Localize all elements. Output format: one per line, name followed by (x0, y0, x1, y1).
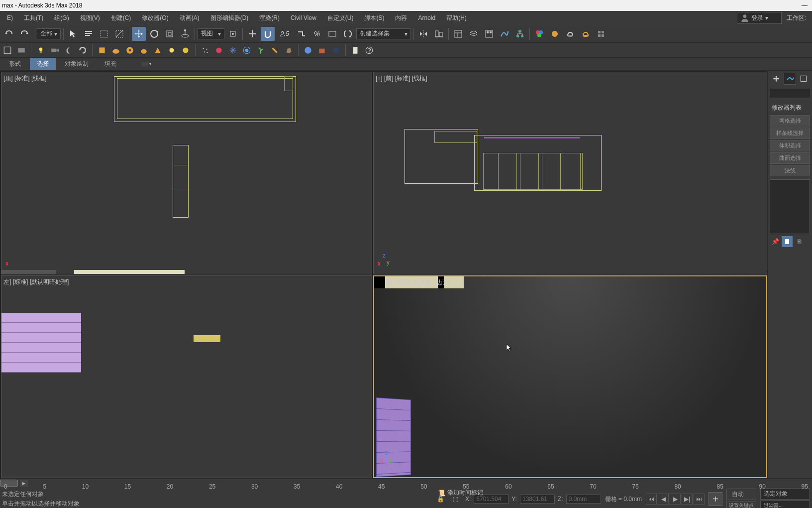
plant-icon[interactable] (255, 45, 266, 56)
select-by-name-button[interactable] (82, 27, 96, 41)
menu-modifiers[interactable]: 修改器(O) (137, 12, 173, 24)
show-end-result-icon[interactable] (782, 236, 793, 247)
viewport-perspective[interactable]: [P] [透视] [高质量] [边面] zyx (373, 275, 767, 478)
rectangular-selection-button[interactable] (97, 27, 111, 41)
coord-z-input[interactable]: 0.0mm (566, 495, 601, 504)
modifier-normal[interactable]: 法线 (770, 165, 810, 176)
viewport-top[interactable]: [顶] [标准] [线框] x (1, 72, 372, 274)
reference-coord-dropdown[interactable]: 视图▾ (198, 28, 224, 39)
minimize-button[interactable]: — (797, 0, 812, 11)
container-icon[interactable] (316, 45, 327, 56)
create-sel-set-button[interactable] (341, 27, 355, 41)
bone-icon[interactable] (269, 45, 280, 56)
coord-y-input[interactable]: 13801.61 (520, 495, 555, 504)
login-dropdown[interactable]: 登录 ▾ (737, 12, 782, 24)
timeline-slider[interactable] (0, 480, 18, 487)
menu-animation[interactable]: 动画(A) (175, 12, 204, 24)
goto-end-button[interactable]: ⏭ (694, 494, 705, 505)
toggle-scene-explorer-button[interactable] (451, 27, 465, 41)
modifier-stack[interactable] (770, 179, 810, 234)
render-setup-button[interactable] (548, 27, 562, 41)
helper-icon[interactable] (227, 45, 238, 56)
pin-stack-icon[interactable]: 📌 (770, 236, 781, 247)
spacewarp-icon[interactable] (213, 45, 224, 56)
spinner-snap-button[interactable]: % (310, 27, 324, 41)
ribbon-dropdown-icon[interactable]: ▾ (140, 59, 151, 70)
atmosphere-icon[interactable] (241, 45, 252, 56)
select-rotate-button[interactable] (147, 27, 161, 41)
moon-icon[interactable] (63, 45, 74, 56)
modifier-mesh-select[interactable]: 网格选择 (770, 115, 810, 127)
viewport-front[interactable]: [+] [前] [标准] [线框] zyx (373, 72, 767, 274)
modifier-volume-select[interactable]: 体积选择 (770, 140, 810, 151)
prev-frame-button[interactable]: ◀ (658, 494, 669, 505)
ribbon-tab-form[interactable]: 形式 (2, 58, 28, 70)
selection-filter-dropdown[interactable]: 全部▾ (37, 28, 61, 39)
ribbon-tab-fill[interactable]: 填充 (98, 58, 123, 70)
viewport-top-label[interactable]: [顶] [标准] [线框] (3, 74, 47, 83)
named-sel-sets-dropdown[interactable]: 创建选择集▾ (356, 28, 411, 39)
timeline-next-button[interactable]: ▸ (20, 480, 28, 487)
window-crossing-button[interactable] (112, 27, 126, 41)
menu-arnold[interactable]: Arnold (413, 12, 440, 23)
sphere-primitive-icon[interactable] (110, 45, 121, 56)
rendered-frame-button[interactable] (563, 27, 577, 41)
tool-icon-2[interactable] (16, 45, 27, 56)
menu-views[interactable]: 视图(V) (75, 12, 105, 24)
tool-icon-1[interactable] (2, 45, 13, 56)
edit-named-sel-button[interactable] (325, 27, 339, 41)
play-button[interactable]: ▶ (670, 494, 681, 505)
modifier-surface-select[interactable]: 曲面选择 (770, 152, 810, 164)
toggle-layer-explorer-button[interactable] (467, 27, 481, 41)
set-key-button[interactable]: 设置关键点 (726, 501, 756, 508)
refresh-icon[interactable] (77, 45, 88, 56)
omni-light-icon[interactable] (180, 45, 191, 56)
box-primitive-icon[interactable] (97, 45, 107, 56)
menu-create[interactable]: 创建(C) (106, 12, 136, 24)
render-iterative-button[interactable] (594, 27, 608, 41)
menu-graph-editors[interactable]: 图形编辑器(D) (205, 12, 254, 24)
mirror-button[interactable] (416, 27, 430, 41)
next-frame-button[interactable]: ▶| (682, 494, 693, 505)
menu-content[interactable]: 内容 (390, 12, 412, 24)
angle-snap-button[interactable]: 2.5 (276, 27, 293, 41)
script-icon[interactable] (350, 45, 361, 56)
menu-civil-view[interactable]: Civil View (286, 12, 321, 23)
menu-group[interactable]: 组(G) (49, 12, 74, 24)
cone-icon[interactable] (152, 45, 163, 56)
select-place-button[interactable] (178, 27, 192, 41)
menu-edit[interactable]: E) (2, 12, 18, 23)
align-button[interactable] (432, 27, 446, 41)
sun-icon[interactable] (166, 45, 177, 56)
set-key-big-button[interactable]: + (709, 492, 722, 506)
menu-tools[interactable]: 工具(T) (19, 12, 48, 24)
material-slot-icon[interactable] (330, 45, 341, 56)
viewport-persp-label[interactable]: [P] [透视] [高质量] [边面] (386, 278, 450, 287)
particle-icon[interactable] (200, 45, 210, 56)
menu-help[interactable]: 帮助(H) (441, 12, 472, 24)
menu-rendering[interactable]: 渲染(R) (254, 12, 285, 24)
goto-start-button[interactable]: ⏮ (646, 494, 657, 505)
use-pivot-center-button[interactable] (226, 27, 240, 41)
select-object-button[interactable] (66, 27, 80, 41)
modifier-spline-select[interactable]: 样条线选择 (770, 127, 810, 139)
undo-button[interactable] (2, 27, 16, 41)
teapot-icon[interactable] (138, 45, 149, 56)
select-move-button[interactable] (132, 27, 146, 41)
panel-tab-modify[interactable] (784, 73, 797, 85)
camera-icon[interactable] (49, 45, 60, 56)
torus-icon[interactable] (124, 45, 135, 56)
toggle-ribbon-button[interactable] (482, 27, 496, 41)
timeline[interactable]: ▸ 0510 152025 303540 455055 606570 75808… (0, 478, 812, 490)
select-scale-button[interactable] (163, 27, 177, 41)
material-editor-button[interactable] (532, 27, 546, 41)
rock-icon[interactable] (283, 45, 294, 56)
light-icon[interactable] (35, 45, 46, 56)
filters-button[interactable]: 过滤器... (760, 501, 810, 508)
viewport-left-label[interactable]: 左] [标准] [默认明暗处理] (3, 278, 69, 286)
modifier-list-label[interactable]: 修改器列表 (770, 102, 810, 114)
script-mini-icon[interactable]: 📜 (438, 490, 445, 497)
menu-customize[interactable]: 自定义(U) (322, 12, 359, 24)
panel-tab-hierarchy[interactable] (797, 73, 810, 85)
viewport-left[interactable]: 左] [标准] [默认明暗处理] (1, 275, 372, 478)
